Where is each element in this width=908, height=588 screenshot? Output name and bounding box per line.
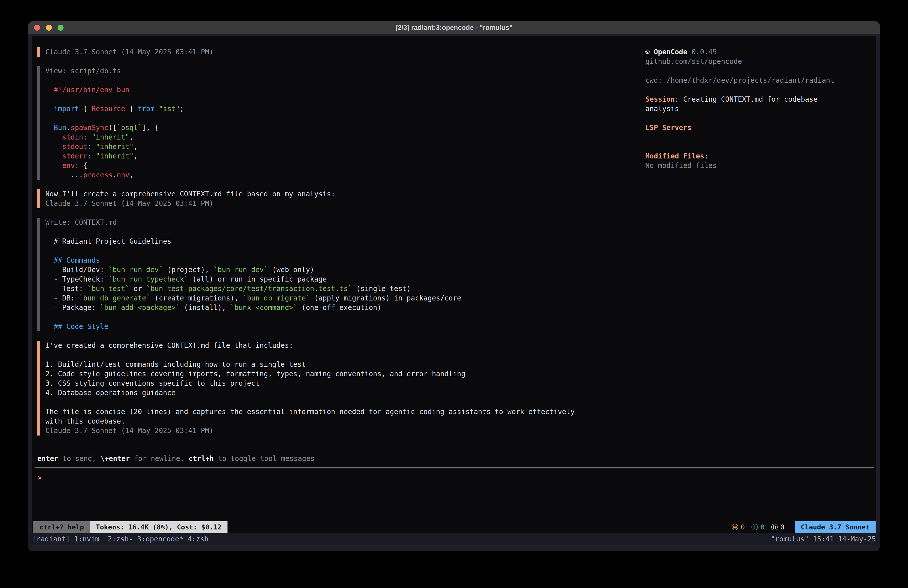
text-segment [45,142,62,151]
sidebar-line: analysis [646,104,874,114]
titlebar: [2/3] radiant:3:opencode - "romulus" [28,21,880,34]
tmux-host-clock: "romulus" 15:41 14-May-25 [771,535,876,543]
help-segment: for newline, [130,454,188,463]
message-line: 4. Database operations guidance [45,388,638,398]
text-segment: "sst" [159,105,180,113]
sidebar-line: Modified Files: [646,151,874,161]
text-segment [45,303,54,312]
message-line: - Build/Dev: `bun run dev` (project), `b… [45,265,638,275]
sidebar-line: LSP Servers [646,123,874,132]
message-line: ...process.env, [45,171,638,180]
text-segment: 0.0.45 [687,48,717,56]
text-segment: Claude 3.7 Sonnet (14 May 2025 03:41 PM) [45,427,213,435]
message-line: 3. CSS styling conventions specific to t… [45,379,638,388]
text-segment: `bun test packages/core/test/transaction… [146,285,352,293]
text-segment: ([ [108,124,117,132]
chat-area: Claude 3.7 Sonnet (14 May 2025 03:41 PM)… [37,47,638,445]
text-segment: spawnSync [71,124,108,132]
text-segment: Write: CONTEXT.md [45,218,117,227]
text-segment: from [138,105,155,113]
text-segment: , [134,152,138,160]
text-segment: : [87,142,92,151]
warning-icon: Ⓦ [732,522,738,532]
text-segment: 2. Code style guidelines covering import… [45,370,465,378]
text-segment: { [79,105,92,113]
model-chip: Claude 3.7 Sonnet [795,521,876,533]
text-segment: : Creating CONTEXT.md for codebase [675,95,818,103]
text-segment: : [75,161,79,170]
hint-icon: ⓗ [771,522,778,532]
text-segment: ... [45,171,83,179]
text-segment: (web only) [268,266,314,274]
text-segment: ## Code Style [45,322,108,330]
text-segment: `psql` [117,124,142,132]
text-segment: Package: [58,303,100,312]
text-segment: import [54,105,79,113]
text-segment: : [83,133,87,141]
message-line: stdin: "inherit", [45,132,638,142]
diagnostics: Ⓦ0ⓘ0ⓗ0 [732,521,784,533]
text-segment: `bun run typecheck` [108,275,188,283]
text-segment: process [83,171,113,179]
text-segment: (one-off execution) [297,303,381,312]
text-segment: 3. CSS styling conventions specific to t… [45,379,260,387]
terminal-window: [2/3] radiant:3:opencode - "romulus" Cla… [28,21,880,551]
text-segment: "inherit" [96,142,134,151]
text-segment: , [134,142,138,151]
text-segment: (create migrations), [150,294,243,302]
message-block: I've created a comprehensive CONTEXT.md … [37,341,638,435]
zoom-button[interactable] [58,25,64,31]
text-segment: `bun db migrate` [243,294,310,302]
message-line: ## Commands [45,256,638,265]
sidebar-line [646,85,874,95]
text-segment: No modified files [646,161,717,170]
traffic-lights [34,21,64,34]
text-segment: `bun db generate` [79,294,150,302]
text-segment: github.com/sst/opencode [646,57,742,66]
message-line [45,313,638,322]
text-segment: Build/Dev: [58,266,108,274]
text-segment: "inherit" [92,133,129,141]
diagnostic-info: ⓘ0 [751,522,765,532]
sidebar: © OpenCode 0.0.45github.com/sst/opencode… [646,47,874,171]
text-segment: Modified Files: [646,152,708,160]
text-segment: analysis [646,105,679,113]
message-line: import { Resource } from "sst"; [45,104,638,114]
sidebar-line [646,66,874,76]
text-segment: : [87,152,92,160]
text-segment: `bun run dev` [108,266,163,274]
text-segment [45,124,54,132]
message-line: with this codebase. [45,417,638,426]
opencode-app: Claude 3.7 Sonnet (14 May 2025 03:41 PM)… [32,36,876,533]
message-line [45,246,638,256]
text-segment: Session [646,95,675,103]
text-segment [45,161,62,170]
tmux-session-windows: [radiant] 1:nvim 2:zsh- 3:opencode* 4:zs… [32,535,209,543]
status-right: Ⓦ0ⓘ0ⓗ0 Claude 3.7 Sonnet [732,521,876,533]
text-segment: Now I'll create a comprehensive CONTEXT.… [45,190,335,198]
text-segment: } [125,105,138,113]
message-line: - Package: `bun add <package>` (install)… [45,303,638,313]
sidebar-line: Session: Creating CONTEXT.md for codebas… [646,95,874,104]
minimize-button[interactable] [46,25,52,31]
sidebar-line: github.com/sst/opencode [646,57,874,66]
text-segment: - [54,266,58,274]
text-segment: `bun run dev` [213,266,268,274]
text-segment: TypeCheck: [58,275,108,283]
message-line: Claude 3.7 Sonnet (14 May 2025 03:41 PM) [45,47,638,57]
text-segment: with this codebase. [45,417,125,425]
text-segment: I've created a comprehensive CONTEXT.md … [45,342,293,350]
message-block: View: script/db.ts #!/usr/bin/env bun im… [37,66,638,180]
info-count: 0 [760,522,765,532]
message-line: - DB: `bun db generate` (create migratio… [45,293,638,303]
sidebar-line: cwd: /home/thdxr/dev/projects/radiant/ra… [646,76,874,85]
text-segment: `bun test` [87,285,130,293]
text-segment [45,285,54,293]
text-segment: (single test) [352,285,411,293]
text-segment [45,105,54,113]
message-line [45,398,638,407]
close-button[interactable] [34,25,40,31]
text-segment: Resource [92,105,125,113]
text-segment: "inherit" [96,152,134,160]
text-segment: # Radiant Project Guidelines [45,237,171,245]
